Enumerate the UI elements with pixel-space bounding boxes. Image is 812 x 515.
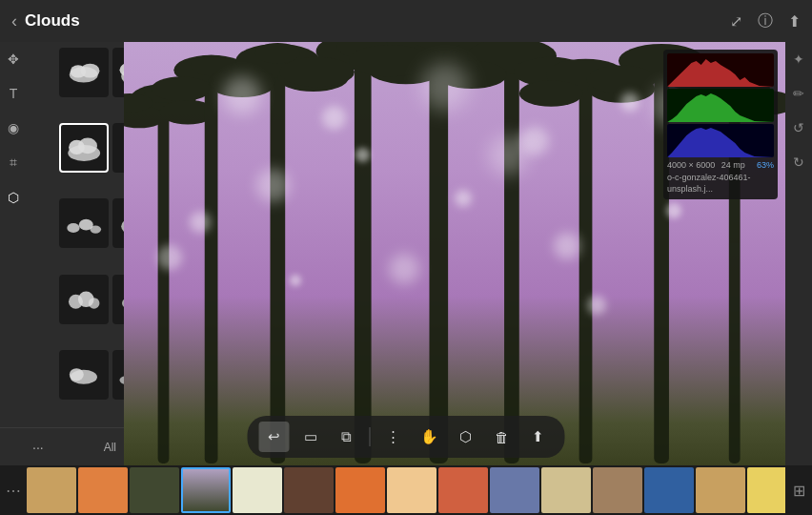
wand-icon[interactable]: ✦ [793,52,804,67]
back-arrow-button[interactable]: ↩ [259,422,290,452]
brush-item[interactable] [59,123,109,173]
film-item[interactable] [541,467,591,513]
histogram-panel: 4000 × 6000 24 mp 63% o-c-gonzalez-40646… [663,50,778,199]
histogram-info: 4000 × 6000 24 mp 63% o-c-gonzalez-40646… [667,159,774,196]
svg-point-25 [70,368,84,381]
brush-item[interactable] [112,198,124,248]
film-item[interactable] [490,467,539,513]
svg-point-37 [152,76,212,101]
page-title: Clouds [25,11,80,31]
info-icon[interactable]: ⓘ [758,11,773,31]
tool-column: ✥ T ◉ ⌗ ⬡ [0,42,27,427]
svg-point-20 [89,298,100,309]
filmstrip [27,467,785,513]
film-item[interactable] [130,467,179,513]
histogram-green [667,89,774,122]
action-bar: ↩ ▭ ⧉ ⋮ ✋ ⬡ 🗑 ⬆ [248,416,565,458]
svg-rect-59 [579,74,593,464]
mask-tool-icon[interactable]: ◉ [8,120,19,135]
share-icon[interactable]: ⬆ [788,12,801,31]
film-item[interactable] [747,467,785,513]
svg-point-15 [121,216,124,236]
layout-icon[interactable]: ⊞ [785,482,812,500]
more-icon[interactable]: ⋯ [0,482,27,500]
crop-tool-icon[interactable]: ⌗ [10,154,17,171]
film-item[interactable] [27,467,76,513]
film-item[interactable] [233,467,282,513]
brush-item[interactable] [112,350,124,400]
all-label[interactable]: All [104,441,116,454]
canvas-image: 4000 × 6000 24 mp 63% o-c-gonzalez-40646… [124,42,785,465]
svg-rect-40 [270,61,285,464]
import-button[interactable]: ⬆ [523,422,554,452]
svg-rect-29 [158,98,170,464]
svg-point-47 [279,57,355,87]
move-tool-icon[interactable]: ✥ [8,52,19,67]
divider [370,427,371,446]
brush-item[interactable] [59,48,109,97]
svg-point-65 [587,66,657,93]
film-item[interactable] [181,467,231,513]
top-bar-actions: ⤢ ⓘ ⬆ [730,11,801,31]
undo-icon[interactable]: ↺ [793,120,804,135]
right-toolbar: ✦ ✏ ↺ ↻ [785,42,812,465]
film-item[interactable] [78,467,128,513]
delete-button[interactable]: 🗑 [487,422,518,452]
film-item[interactable] [593,467,642,513]
move-button[interactable]: ✋ [415,422,445,452]
svg-rect-35 [205,70,218,464]
film-item[interactable] [438,467,488,513]
svg-rect-55 [504,56,519,464]
layers-tool-icon[interactable]: ⬡ [8,190,19,205]
svg-point-52 [349,45,431,76]
canvas-area[interactable]: 4000 × 6000 24 mp 63% o-c-gonzalez-40646… [124,42,785,465]
film-item[interactable] [284,467,334,513]
svg-point-9 [78,137,97,154]
redo-icon[interactable]: ↻ [793,154,804,170]
svg-point-26 [120,376,124,383]
brush-item[interactable] [112,48,124,97]
brush-item[interactable] [112,123,124,173]
more-button[interactable]: ⋮ [378,422,409,452]
brush-item[interactable] [59,275,109,324]
sidebar-footer: ··· All [0,427,124,465]
film-item[interactable] [696,467,745,513]
brush-grid [27,42,124,427]
text-tool-icon[interactable]: T [10,86,18,101]
histogram-blue [667,124,774,157]
bottom-toolbar: ⋯ ⊞ [0,465,812,515]
film-item[interactable] [387,467,436,513]
select-button[interactable]: ▭ [295,422,326,452]
svg-point-14 [91,225,102,233]
histogram-red [667,53,774,87]
svg-point-61 [519,80,583,107]
fullscreen-icon[interactable]: ⤢ [730,12,742,31]
transform-button[interactable]: ⬡ [451,422,481,452]
more-options-icon[interactable]: ··· [32,440,44,455]
brush-icon[interactable]: ✏ [793,86,804,101]
svg-point-21 [122,295,124,311]
left-sidebar: ✥ T ◉ ⌗ ⬡ [0,42,124,465]
clone-button[interactable]: ⧉ [332,422,362,452]
svg-point-12 [68,223,80,233]
top-bar: ‹ Clouds ⤢ ⓘ ⬆ [0,0,812,42]
film-item[interactable] [335,467,385,513]
back-button[interactable]: ‹ [11,11,17,31]
brush-item[interactable] [59,350,109,400]
brush-item[interactable] [112,275,124,324]
svg-point-2 [81,64,100,78]
svg-rect-45 [355,52,372,464]
film-item[interactable] [644,467,694,513]
brush-item[interactable] [59,198,109,248]
